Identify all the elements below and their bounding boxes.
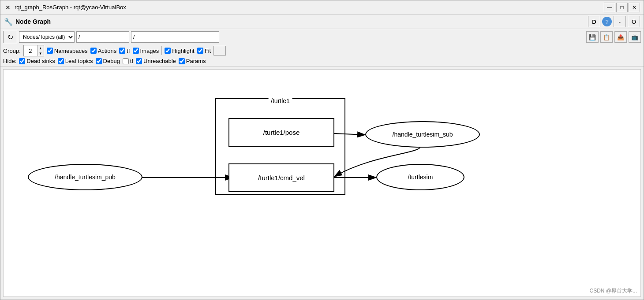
app-icon: ✕ [4, 4, 12, 11]
tf-label[interactable]: tf [119, 48, 130, 54]
tf-text: tf [127, 48, 130, 54]
export3-icon: 📺 [631, 34, 638, 41]
save-icon: 💾 [589, 34, 596, 41]
turtle1-cmdvel-node[interactable]: /turtle1/cmd_vel [228, 163, 334, 192]
export3-button[interactable]: 📺 [629, 31, 641, 43]
debug-text: Debug [103, 58, 120, 64]
group-value[interactable] [24, 45, 37, 56]
filter2-input[interactable] [131, 31, 219, 43]
spinbox-down[interactable]: ▼ [37, 51, 44, 56]
d-button[interactable]: D [588, 16, 600, 27]
leaf-topics-checkbox[interactable] [58, 58, 64, 64]
leaf-topics-label[interactable]: Leaf topics [58, 58, 93, 64]
turtlesim-label: /turtlesim [408, 174, 433, 181]
graph-area[interactable]: /turtle1 /turtle1/pose /turtle1/cmd_vel … [3, 69, 641, 297]
highlight-label[interactable]: Highlight [165, 48, 195, 54]
params-text: Params [186, 58, 206, 64]
highlight-text: Highlight [172, 48, 195, 54]
highlight-checkbox[interactable] [165, 48, 171, 54]
tf-hide-label[interactable]: tf [123, 58, 133, 64]
title-bar-controls: — □ ✕ [604, 3, 640, 12]
export2-icon: 📤 [617, 34, 624, 41]
fit-text: Fit [205, 48, 211, 54]
turtle1-cmdvel-label: /turtle1/cmd_vel [258, 174, 305, 181]
unreachable-label[interactable]: Unreachable [136, 58, 176, 64]
o-button[interactable]: O [628, 16, 640, 27]
panel-title: Node Graph [15, 18, 51, 25]
dead-sinks-text: Dead sinks [26, 58, 55, 64]
actions-label[interactable]: Actions [90, 48, 117, 54]
dead-sinks-checkbox[interactable] [19, 58, 25, 64]
refresh-icon: ↻ [7, 33, 13, 41]
panel-header: 🔧 Node Graph D ? - O [0, 15, 644, 29]
close-button[interactable]: ✕ [629, 3, 640, 12]
dead-sinks-label[interactable]: Dead sinks [19, 58, 55, 64]
namespaces-checkbox[interactable] [47, 48, 53, 54]
toolbar-row3: Hide: Dead sinks Leaf topics Debug tf Un… [3, 58, 641, 64]
toolbar-row2: Group: ▲ ▼ Namespaces Actions tf [3, 45, 641, 56]
toolbar-row1: ↻ Nodes/Topics (all) Nodes only Topics o… [3, 31, 641, 43]
images-label[interactable]: Images [133, 48, 159, 54]
main-window: ✕ rqt_graph_RosGraph - rqt@ycao-VirtualB… [0, 0, 644, 300]
hide-label: Hide: [3, 58, 16, 64]
watermark: CSDN @界首大学... [589, 287, 637, 295]
panel-header-left: 🔧 Node Graph [4, 18, 51, 26]
leaf-topics-text: Leaf topics [65, 58, 93, 64]
debug-checkbox[interactable] [96, 58, 102, 64]
namespaces-label[interactable]: Namespaces [47, 48, 88, 54]
fit-checkbox[interactable] [197, 48, 203, 54]
actions-text: Actions [98, 48, 117, 54]
panel-icon: 🔧 [4, 18, 13, 26]
graph-canvas: /turtle1 /turtle1/pose /turtle1/cmd_vel … [4, 70, 640, 296]
unreachable-checkbox[interactable] [136, 58, 142, 64]
tf-hide-text: tf [130, 58, 133, 64]
tf-hide-checkbox[interactable] [123, 58, 129, 64]
panel-header-right: D ? - O [588, 16, 640, 27]
export2-button[interactable]: 📤 [614, 31, 627, 43]
minimize-button[interactable]: — [604, 3, 615, 12]
spinbox-arrows: ▲ ▼ [37, 45, 44, 56]
save-button[interactable]: 💾 [586, 31, 599, 43]
spinbox-up[interactable]: ▲ [37, 45, 44, 51]
turtlesim-node[interactable]: /turtlesim [376, 164, 464, 190]
actions-checkbox[interactable] [90, 48, 97, 54]
nodes-topics-dropdown[interactable]: Nodes/Topics (all) Nodes only Topics onl… [19, 31, 75, 43]
group-label: Group: [3, 48, 21, 54]
images-text: Images [140, 48, 159, 54]
refresh-button[interactable]: ↻ [3, 31, 17, 43]
debug-label[interactable]: Debug [96, 58, 120, 64]
export1-icon: 📋 [603, 34, 610, 41]
maximize-button[interactable]: □ [616, 3, 628, 12]
export1-button[interactable]: 📋 [600, 31, 613, 43]
images-checkbox[interactable] [133, 48, 139, 54]
fit-label[interactable]: Fit [197, 48, 211, 54]
handle-turtlesim-sub-node[interactable]: /handle_turtlesim_sub [365, 121, 480, 148]
handle-turtlesim-pub-node[interactable]: /handle_turtlesim_pub [28, 164, 142, 190]
handle-turtlesim-sub-label: /handle_turtlesim_sub [393, 131, 453, 138]
params-label[interactable]: Params [179, 58, 206, 64]
turtle1-group-label: /turtle1 [268, 97, 292, 104]
help-button[interactable]: ? [602, 17, 612, 26]
title-bar: ✕ rqt_graph_RosGraph - rqt@ycao-VirtualB… [0, 0, 644, 15]
title-bar-text: rqt_graph_RosGraph - rqt@ycao-VirtualBox [15, 4, 604, 11]
turtle1-pose-label: /turtle1/pose [263, 129, 300, 136]
unreachable-text: Unreachable [143, 58, 176, 64]
toolbar-area: ↻ Nodes/Topics (all) Nodes only Topics o… [0, 29, 644, 67]
group-spinbox[interactable]: ▲ ▼ [23, 45, 44, 56]
turtle1-pose-node[interactable]: /turtle1/pose [228, 118, 334, 147]
color-swatch[interactable] [213, 46, 226, 56]
tf-checkbox[interactable] [119, 48, 125, 54]
namespaces-text: Namespaces [54, 48, 88, 54]
dash-button[interactable]: - [614, 16, 626, 27]
params-checkbox[interactable] [179, 58, 185, 64]
handle-turtlesim-pub-label: /handle_turtlesim_pub [55, 174, 116, 181]
filter1-input[interactable] [76, 31, 129, 43]
